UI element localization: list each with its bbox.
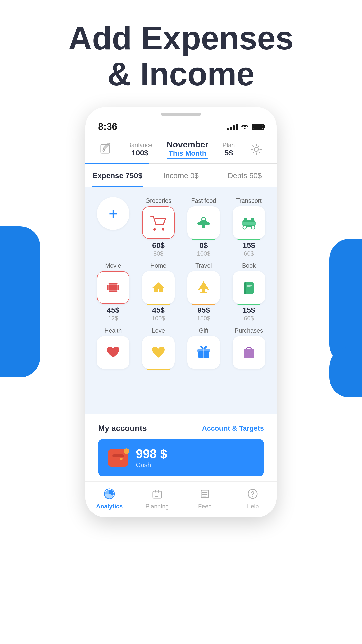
tab-expense[interactable]: Expense 750$ — [85, 164, 149, 187]
category-grid-row2: Movie 4 — [93, 260, 269, 325]
svg-rect-13 — [251, 218, 254, 221]
wifi-icon — [241, 123, 249, 131]
love-icon-wrap — [142, 336, 175, 369]
bottom-nav: Analytics Planning — [85, 481, 277, 517]
help-label: Help — [246, 503, 259, 510]
purchases-icon-wrap — [233, 336, 265, 369]
category-book[interactable]: Book 15$ 60$ — [229, 262, 269, 322]
svg-point-0 — [244, 128, 246, 129]
svg-rect-28 — [247, 286, 251, 287]
svg-rect-37 — [153, 491, 161, 498]
page-header: Add Expenses & Income — [0, 0, 362, 107]
svg-rect-12 — [244, 218, 247, 221]
status-time: 8:36 — [98, 121, 117, 132]
svg-rect-21 — [107, 290, 109, 292]
phone-notch — [85, 107, 277, 119]
phone: 8:36 — [85, 107, 277, 517]
svg-rect-9 — [242, 222, 256, 225]
top-nav: Banlance 100$ November This Month Plan 5… — [85, 135, 277, 159]
accounts-title: My accounts — [98, 424, 147, 433]
svg-point-11 — [251, 226, 255, 229]
category-movie[interactable]: Movie 4 — [93, 262, 133, 322]
svg-point-10 — [243, 226, 246, 229]
gift-icon-wrap — [187, 336, 220, 369]
account-card[interactable]: 998 $ Cash — [98, 439, 264, 476]
plus-icon: + — [109, 205, 117, 222]
svg-rect-34 — [112, 454, 124, 457]
svg-rect-40 — [201, 490, 209, 498]
svg-rect-22 — [117, 290, 119, 292]
svg-point-3 — [153, 228, 156, 231]
edit-icon[interactable] — [98, 142, 113, 157]
svg-point-42 — [252, 496, 253, 497]
nav-planning[interactable]: Planning — [133, 487, 181, 510]
nav-balance: Banlance 100$ — [127, 142, 152, 157]
wallet-icon — [108, 449, 128, 467]
fastfood-icon-wrap — [187, 206, 220, 239]
svg-rect-19 — [107, 283, 109, 285]
movie-icon-wrap — [97, 271, 129, 304]
category-transport[interactable]: Transport 15$ 60$ — [229, 197, 269, 257]
nav-feed[interactable]: Feed — [181, 487, 229, 510]
svg-point-35 — [120, 458, 123, 460]
feed-icon — [198, 487, 212, 501]
category-health[interactable]: Health — [93, 327, 133, 369]
nav-month-selector[interactable]: November This Month — [167, 140, 208, 159]
feed-label: Feed — [198, 503, 212, 510]
tabs: Expense 750$ Income 0$ Debts 50$ — [85, 164, 277, 187]
status-icons — [227, 123, 264, 131]
nav-help[interactable]: Help — [229, 487, 277, 510]
content-area: + Groceries 60$ 80$ — [85, 187, 277, 414]
category-groceries[interactable]: Groceries 60$ 80$ — [138, 197, 178, 257]
accounts-link[interactable]: Account & Targets — [202, 424, 264, 432]
svg-rect-38 — [155, 490, 156, 493]
transport-icon-wrap — [233, 206, 265, 239]
travel-icon-wrap — [187, 271, 220, 304]
notch-bar — [161, 113, 201, 116]
home-icon-wrap — [142, 271, 175, 304]
add-button[interactable]: + — [97, 197, 129, 230]
svg-rect-31 — [203, 349, 204, 358]
category-purchases[interactable]: Purchases — [229, 327, 269, 369]
phone-wrapper: 8:36 — [0, 107, 362, 517]
category-grid-row3: Health Love Gift — [93, 325, 269, 371]
book-icon-wrap — [233, 271, 265, 304]
svg-rect-32 — [244, 349, 254, 358]
planning-label: Planning — [145, 503, 169, 510]
nav-plan: Plan 5$ — [223, 142, 235, 157]
svg-point-2 — [254, 147, 258, 151]
health-icon-wrap — [97, 336, 129, 369]
planning-icon — [150, 487, 164, 501]
account-info: 998 $ Cash — [136, 447, 167, 469]
analytics-label: Analytics — [96, 503, 123, 510]
svg-point-4 — [162, 228, 164, 231]
page-title: Add Expenses & Income — [25, 20, 337, 92]
svg-rect-27 — [247, 285, 252, 286]
battery-icon — [252, 124, 264, 130]
svg-rect-24 — [200, 292, 207, 293]
settings-icon[interactable] — [249, 142, 264, 157]
category-travel[interactable]: Travel 95$ 150$ — [184, 262, 224, 322]
accounts-header: My accounts Account & Targets — [98, 424, 264, 433]
category-home[interactable]: Home 45$ 100$ — [138, 262, 178, 322]
svg-rect-5 — [197, 222, 210, 225]
tab-income[interactable]: Income 0$ — [149, 164, 213, 187]
category-grid-row1: + Groceries 60$ 80$ — [93, 195, 269, 260]
analytics-icon — [102, 487, 116, 501]
add-category-item[interactable]: + — [93, 197, 133, 257]
category-love[interactable]: Love — [138, 327, 178, 369]
help-icon — [246, 487, 260, 501]
status-bar: 8:36 — [85, 119, 277, 135]
category-gift[interactable]: Gift — [184, 327, 224, 369]
svg-rect-20 — [117, 283, 119, 285]
groceries-icon-wrap — [142, 206, 175, 239]
svg-rect-39 — [158, 490, 159, 493]
accounts-section: My accounts Account & Targets 998 $ Cash — [85, 414, 277, 481]
svg-rect-7 — [202, 225, 205, 228]
svg-rect-26 — [244, 282, 246, 294]
nav-analytics[interactable]: Analytics — [85, 487, 133, 510]
tab-debts[interactable]: Debts 50$ — [213, 164, 277, 187]
category-fastfood[interactable]: Fast food 0$ 100$ — [184, 197, 224, 257]
signal-icon — [227, 123, 238, 130]
